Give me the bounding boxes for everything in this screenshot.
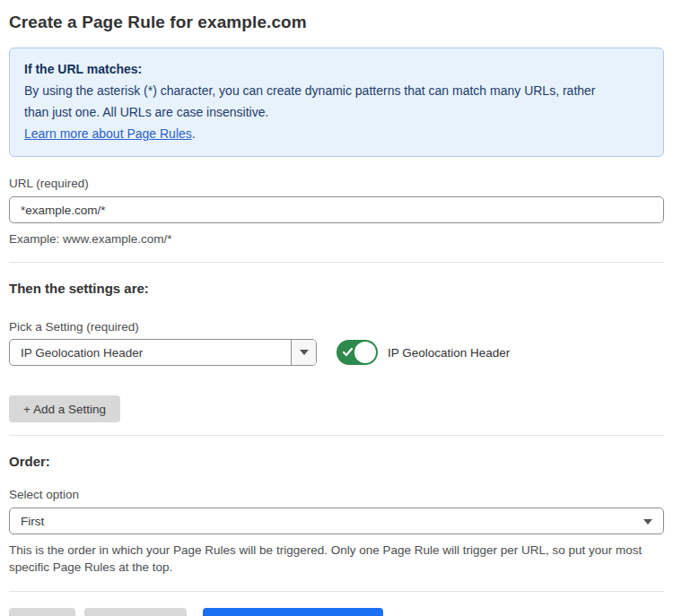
info-box-body: By using the asterisk (*) character, you… [24,80,616,123]
save-deploy-button[interactable]: Save and Deploy Page Rule [203,608,384,616]
caret-down-icon [300,350,309,355]
pick-setting-label: Pick a Setting (required) [9,320,664,334]
check-icon [342,346,354,358]
select-option-label: Select option [9,488,664,501]
footer-button-row: Cancel Save as Draft Save and Deploy Pag… [9,608,664,616]
info-box-heading: If the URL matches: [24,58,649,80]
cancel-button[interactable]: Cancel [9,608,75,616]
page-title: Create a Page Rule for example.com [9,13,664,32]
toggle-label: IP Geolocation Header [388,346,510,360]
setting-combobox-dropdown-button[interactable] [291,340,316,365]
url-field-label: URL (required) [9,177,664,190]
url-matches-info-box: If the URL matches: By using the asteris… [9,48,664,157]
order-section-heading: Order: [9,454,664,469]
order-helper-text: This is the order in which your Page Rul… [9,542,664,576]
url-example-helper: Example: www.example.com/* [9,230,664,247]
learn-more-link[interactable]: Learn more about Page Rules [24,126,192,141]
add-setting-button[interactable]: + Add a Setting [9,395,120,422]
order-select-value: First [21,515,44,528]
setting-combobox-value: IP Geolocation Header [10,340,291,365]
setting-combobox[interactable]: IP Geolocation Header [9,339,317,366]
settings-section-heading: Then the settings are: [9,281,664,296]
order-select[interactable]: First [9,508,664,534]
url-input[interactable] [9,196,664,223]
save-draft-button[interactable]: Save as Draft [84,608,187,616]
info-box-link-line: Learn more about Page Rules. [24,123,649,144]
divider [9,435,664,436]
ip-geolocation-toggle[interactable] [336,340,378,365]
toggle-knob [354,342,376,363]
create-page-rule-form: Create a Page Rule for example.com If th… [0,0,673,616]
setting-row: IP Geolocation Header IP Geolocation Hea… [9,339,664,366]
divider [9,591,664,592]
link-period: . [192,126,196,141]
divider [9,262,664,263]
caret-down-icon [643,519,652,525]
